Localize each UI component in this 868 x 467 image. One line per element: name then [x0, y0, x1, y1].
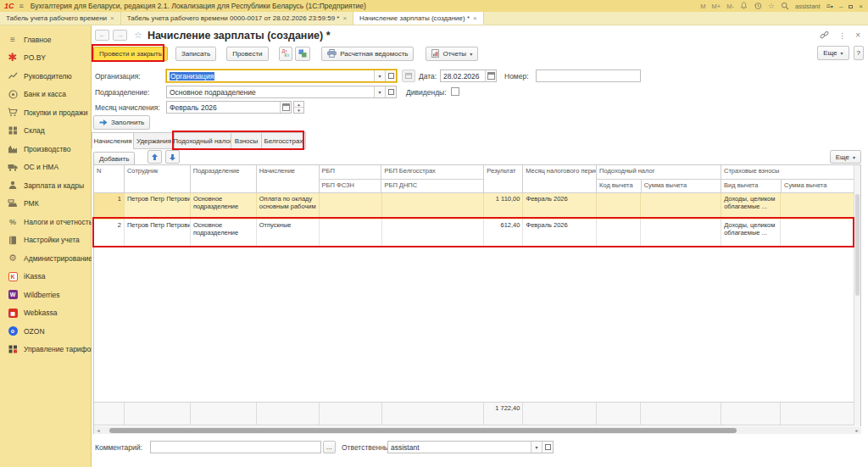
tab-timesheet-document[interactable]: Табель учета рабочего времени 0000-0017 …	[121, 12, 353, 25]
tab-belgosstrakh[interactable]: Белгосстрах	[261, 132, 306, 149]
sidebar-item-taxes-reports[interactable]: %Налоги и отчетность	[0, 213, 91, 231]
col-income-tax-group[interactable]: Подоходный налог Код вычета Сумма вычета	[597, 165, 721, 192]
close-document-icon[interactable]: ×	[855, 31, 860, 40]
sidebar-item-os-nma[interactable]: ОС и НМА	[0, 158, 91, 177]
number-field[interactable]	[536, 69, 641, 82]
scrollbar-thumb[interactable]	[855, 194, 860, 296]
sidebar-item-ozon[interactable]: oOZON	[0, 322, 91, 341]
calc-m-plus-button[interactable]: M+	[712, 3, 721, 10]
more-button[interactable]: Еще▾	[817, 46, 849, 60]
sidebar-item-warehouse[interactable]: Склад	[0, 122, 91, 141]
favorites-star-icon[interactable]: ☆	[768, 2, 775, 10]
col-employee[interactable]: Сотрудник	[125, 165, 191, 192]
post-button[interactable]: Провести	[226, 47, 268, 61]
tab-payroll-accrual[interactable]: Начисление зарплаты (создание) * ×	[353, 12, 484, 25]
col-n[interactable]: N	[94, 165, 125, 192]
search-icon[interactable]	[781, 2, 789, 10]
department-field[interactable]: Основное подразделение ▾	[166, 86, 397, 98]
add-row-button[interactable]: Добавить	[93, 152, 135, 165]
sidebar-item-ikassa[interactable]: KiKassa	[0, 268, 91, 286]
tab-withholdings[interactable]: Удержания	[133, 132, 175, 149]
close-icon[interactable]: ×	[110, 14, 114, 22]
scrollbar-thumb[interactable]	[109, 428, 737, 433]
dropdown-icon[interactable]: ▾	[374, 86, 385, 97]
main-menu-icon[interactable]: ≡	[19, 2, 24, 10]
sidebar-item-bank-cash[interactable]: Банк и касса	[0, 86, 91, 104]
scroll-left-icon[interactable]: ◂	[94, 426, 103, 434]
calendar-icon[interactable]	[280, 102, 291, 113]
move-down-button[interactable]	[165, 150, 180, 164]
accrual-month-field[interactable]: Февраль 2026	[166, 101, 292, 114]
calc-m-minus-button[interactable]: M-	[726, 3, 734, 10]
month-stepper[interactable]: ▲▼	[293, 101, 304, 114]
sidebar-item-accounting-settings[interactable]: Настройки учета	[0, 231, 91, 250]
close-icon[interactable]: ×	[473, 14, 477, 22]
sidebar-item-purchases-sales[interactable]: Покупки и продажи	[0, 103, 91, 122]
sidebar-item-administration[interactable]: ⚙Администрирование	[0, 249, 91, 268]
help-button[interactable]: ?	[854, 46, 864, 60]
table-row[interactable]: 2 Петров Петр Петрович Основное подразде…	[94, 220, 854, 247]
favorite-star-icon[interactable]: ☆	[134, 30, 142, 41]
tab-contributions[interactable]: Взносы	[231, 132, 262, 149]
minimize-button[interactable]: –	[839, 3, 843, 10]
sidebar-item-salary-hr[interactable]: Зарплата и кадры	[0, 176, 91, 195]
organization-field[interactable]: Организация ▾	[166, 69, 397, 82]
col-result[interactable]: Результат	[484, 165, 523, 192]
post-and-close-button[interactable]: Провести и закрыть	[93, 47, 168, 61]
scroll-right-icon[interactable]: ▸	[853, 426, 861, 434]
restore-button[interactable]	[849, 3, 853, 10]
vertical-scrollbar[interactable]	[854, 165, 860, 425]
payroll-sheet-button[interactable]: Расчетная ведомость	[321, 47, 414, 61]
responsible-field[interactable]: assistant ▾	[387, 441, 554, 453]
table-row[interactable]: 1 Петров Петр Петрович Основное подразде…	[94, 193, 854, 220]
open-icon[interactable]	[385, 70, 396, 81]
sidebar-item-tariff-management[interactable]: Управление тарифом	[0, 341, 91, 359]
notifications-bell-icon[interactable]	[740, 2, 748, 10]
tab-timesheet-list[interactable]: Табель учета рабочего времени ×	[0, 12, 121, 25]
col-insurance-group[interactable]: Страховые взносы Вид вычета Сумма вычета	[721, 165, 854, 192]
col-rbp-group[interactable]: РБП РБП ФСЗН	[320, 165, 382, 192]
step-down-icon[interactable]: ▼	[294, 107, 303, 113]
sidebar-item-wildberries[interactable]: WWildberries	[0, 286, 91, 304]
col-accrual[interactable]: Начисление	[257, 165, 320, 192]
sidebar-item-rmk[interactable]: РМК	[0, 195, 91, 214]
current-user[interactable]: assistant	[795, 3, 821, 10]
dropdown-icon[interactable]: ▾	[374, 70, 385, 81]
col-department[interactable]: Подразделение	[191, 165, 257, 192]
service-menu-icon[interactable]: ≡▾	[826, 2, 833, 10]
dropdown-icon[interactable]: ▾	[531, 442, 542, 453]
move-up-button[interactable]	[147, 150, 162, 164]
subordination-structure-button[interactable]	[402, 69, 415, 82]
back-button[interactable]: ←	[95, 30, 109, 41]
dividends-checkbox[interactable]	[451, 87, 459, 96]
history-icon[interactable]	[754, 2, 762, 10]
fill-button[interactable]: Заполнить	[93, 115, 150, 130]
calendar-icon[interactable]	[485, 70, 496, 81]
reports-button[interactable]: Отчеты▾	[426, 47, 478, 61]
dtkt-button[interactable]: ДтКт	[279, 47, 293, 61]
date-field[interactable]: 28.02.2026	[440, 69, 497, 82]
forward-button[interactable]: →	[113, 30, 127, 41]
sidebar-item-po-by[interactable]: ✱PO.BY	[0, 49, 91, 68]
sidebar-item-production[interactable]: Производство	[0, 140, 91, 158]
close-button[interactable]: ×	[859, 3, 863, 10]
close-icon[interactable]: ×	[342, 14, 347, 22]
open-icon[interactable]	[385, 86, 396, 97]
comment-field[interactable]	[150, 441, 321, 453]
sidebar-item-main[interactable]: ≡Главное	[0, 31, 91, 49]
calc-m-button[interactable]: M	[700, 3, 705, 10]
horizontal-scrollbar[interactable]: ◂ ▸	[94, 426, 861, 434]
comment-expand-button[interactable]: ...	[323, 441, 336, 453]
grid-more-button[interactable]: Еще▾	[830, 150, 861, 164]
link-icon[interactable]	[820, 31, 829, 40]
sidebar-item-webkassa[interactable]: ▦Webkassa	[0, 304, 91, 323]
more-dots-icon[interactable]: ⋮	[838, 31, 846, 40]
open-icon[interactable]	[542, 442, 553, 453]
tab-income-tax[interactable]: Подоходный налог	[174, 132, 231, 149]
col-belgosstrakh-group[interactable]: РБП Белгосстрах РБП ДНПС	[381, 165, 484, 192]
tab-accruals[interactable]: Начисления	[92, 132, 134, 149]
save-button[interactable]: Записать	[175, 47, 216, 61]
sidebar-item-manager[interactable]: Руководителю	[0, 67, 91, 86]
related-documents-button[interactable]	[295, 47, 310, 61]
col-tax-month[interactable]: Месяц налогового периода	[523, 165, 597, 192]
